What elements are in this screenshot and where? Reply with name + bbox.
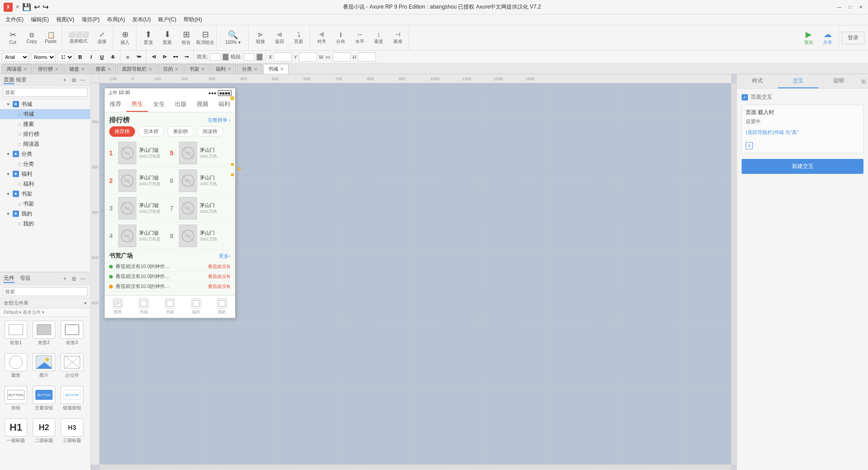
comp-tab-elements[interactable]: 元件 [4, 274, 14, 283]
panel-tab-pages[interactable]: 页面 [4, 77, 14, 84]
tab-bookstore[interactable]: 书城 ✕ [263, 64, 289, 74]
bottom-nav-welfare[interactable]: 福利 [183, 296, 209, 318]
tab-ranking-close[interactable]: ✕ [55, 67, 58, 72]
rank-tab-recommend[interactable]: 推荐榜 [109, 126, 135, 137]
book-item-8[interactable]: 8 PIC 茅山门 2061万热 [170, 222, 231, 250]
comp-button[interactable]: BUTTON 按钮 [4, 386, 28, 411]
bottom-btn[interactable]: ⬇ 置底 [158, 27, 176, 49]
login-btn[interactable]: 登录 [842, 32, 864, 44]
tree-item-shelf-group[interactable]: ▼ ■ 书架 [0, 189, 90, 199]
select-mode-btn[interactable]: ⬜⬜⬜ 选择模式 [65, 27, 92, 49]
menu-help[interactable]: 帮助(H) [180, 15, 206, 24]
book-square-more[interactable]: 更多› [219, 253, 231, 259]
comp-h1[interactable]: H1 一级标题 [4, 418, 28, 444]
right-panel-expand-btn[interactable]: ⊞ [859, 74, 868, 88]
nav-tab-male[interactable]: 男生 [126, 97, 148, 112]
dist-btn[interactable]: ⫿ 分布 [332, 27, 350, 49]
tree-item-shelf[interactable]: □ 书架 [0, 199, 90, 209]
tab-search-close[interactable]: ✕ [107, 67, 111, 72]
menu-publish[interactable]: 发布(U) [129, 15, 154, 24]
menu-edit[interactable]: 编辑(E) [27, 15, 53, 24]
align-center-btn[interactable]: ⊳ [160, 53, 169, 62]
book-item-2[interactable]: 2 PIC 茅山门徒 2061万热度 [109, 167, 170, 195]
tree-item-reader[interactable]: □ 阅读器 [0, 139, 90, 149]
right-tab-style[interactable]: 样式 [737, 74, 778, 88]
comp-h2[interactable]: H2 二级标题 [32, 418, 56, 444]
page-link-btn[interactable]: ⤵ 页面 [289, 27, 308, 49]
y-input[interactable] [299, 53, 317, 62]
comp-search-input[interactable] [3, 287, 87, 296]
tree-item-welfare[interactable]: □ 福利 [0, 179, 90, 189]
copy-btn[interactable]: ⧉ Copy [23, 27, 41, 49]
font-style-select[interactable]: Normal [31, 53, 56, 62]
base-btn[interactable]: ⊣ 基准 [389, 27, 407, 49]
tab-xian-close[interactable]: ✕ [175, 67, 178, 72]
bold-btn[interactable]: B [76, 53, 85, 62]
tab-reader-close[interactable]: ✕ [24, 67, 27, 72]
comp-h3[interactable]: H3 三级标题 [60, 418, 84, 444]
ungroup-btn[interactable]: ⊟ 取消组合 [196, 27, 214, 49]
menu-view[interactable]: 视图(V) [53, 15, 78, 24]
book-sq-item-1[interactable]: 番茄就没有10.0的神作... 番茄就没有 [109, 262, 231, 272]
stroke-color-picker[interactable] [256, 53, 263, 61]
zoom-input-btn[interactable]: 🔍 100% ▾ [219, 27, 246, 49]
book-item-3[interactable]: 3 PIC 茅山门徒 2061万热度 [109, 195, 170, 222]
redo-icon[interactable]: ↪ [43, 3, 48, 11]
rank-tab-complete[interactable]: 完本榜 [138, 126, 164, 137]
pages-more-icon[interactable]: ⋯ [79, 77, 87, 84]
save-icon[interactable]: 💾 [22, 3, 31, 11]
panel-tab-outline[interactable]: 概要 [16, 77, 27, 83]
comp-add-icon[interactable]: + [61, 275, 68, 283]
tab-xian[interactable]: 弦的 ✕ [158, 64, 183, 74]
comp-filter-basic[interactable]: 基本元件 [23, 310, 41, 315]
book-item-7[interactable]: 7 PIC 茅山门 2061万热 [170, 195, 231, 222]
back-btn[interactable]: ⊲ 返回 [270, 27, 289, 49]
rank-tab-reading[interactable]: 阅读榜 [197, 126, 223, 137]
tab-reader[interactable]: 阅读器 ✕ [2, 64, 32, 74]
pages-copy-icon[interactable]: ⧉ [70, 77, 77, 84]
tree-item-bookstore-group[interactable]: ▼ ■ 书城 [0, 99, 90, 109]
comp-rect3[interactable]: 矩形3 [60, 321, 84, 346]
undo-icon[interactable]: ↩ [34, 3, 40, 11]
tab-bookshelf-close[interactable]: ✕ [201, 67, 205, 72]
bottom-nav-mine[interactable]: 我的 [209, 296, 235, 318]
ranking-more[interactable]: 完整榜单 › [207, 117, 231, 124]
book-item-6[interactable]: 6 PIC 茅山门 2061万热 [170, 167, 231, 195]
new-interaction-btn[interactable]: 新建交互 [742, 159, 863, 174]
tree-item-mine-group[interactable]: ▼ ■ 我的 [0, 209, 90, 219]
align-right-btn[interactable]: ⊷ [171, 53, 180, 62]
maximize-btn[interactable]: □ [846, 4, 854, 11]
tab-bottomnav[interactable]: 底部导航栏 ✕ [117, 64, 157, 74]
tree-item-bookstore[interactable]: □ 书城 [0, 109, 90, 119]
italic-btn[interactable]: I [87, 53, 96, 62]
v-scrollbar[interactable] [731, 83, 737, 465]
comp-more-icon[interactable]: ⋯ [79, 275, 87, 283]
canvas-area[interactable]: -100 0 100 200 300 400 500 600 700 800 9… [91, 74, 737, 470]
bottom-nav-recommend[interactable]: 推荐 [105, 296, 131, 318]
paste-btn[interactable]: 📋 Paste [42, 27, 60, 49]
bullet-list-btn[interactable]: ≡ [123, 53, 132, 62]
tree-item-category-group[interactable]: ▼ ■ 分类 [0, 149, 90, 159]
comp-placeholder[interactable]: 占位符 [60, 353, 84, 379]
tab-bookshelf[interactable]: 书架 ✕ [184, 64, 210, 74]
fill-color-box[interactable] [210, 53, 221, 61]
link-btn[interactable]: ⊳ 链接 [251, 27, 270, 49]
h-scrollbar[interactable] [100, 465, 731, 470]
menu-account[interactable]: 账户(C) [154, 15, 180, 24]
tree-item-search[interactable]: □ 搜索 [0, 119, 90, 129]
stroke-color-box[interactable] [244, 53, 255, 61]
vert-btn[interactable]: ↕ 垂直 [370, 27, 388, 49]
horiz-btn[interactable]: ↔ 水平 [351, 27, 369, 49]
pages-search-input[interactable] [3, 88, 87, 97]
fill-color-picker[interactable] [222, 53, 229, 61]
rank-tab-anime[interactable]: 番剧榜 [167, 126, 194, 137]
comp-circle[interactable]: 圆形 [4, 353, 28, 379]
tab-bookstore-close[interactable]: ✕ [280, 67, 284, 72]
font-size-select[interactable]: 13 [58, 53, 74, 62]
menu-layout[interactable]: 布局(A) [103, 15, 129, 24]
tab-ranking[interactable]: 排行榜 ✕ [33, 64, 63, 74]
close-btn[interactable]: ✕ [857, 4, 864, 11]
font-family-select[interactable]: Arial [2, 53, 29, 62]
h-input[interactable] [358, 53, 376, 62]
comp-copy-icon[interactable]: ⧉ [70, 275, 77, 283]
